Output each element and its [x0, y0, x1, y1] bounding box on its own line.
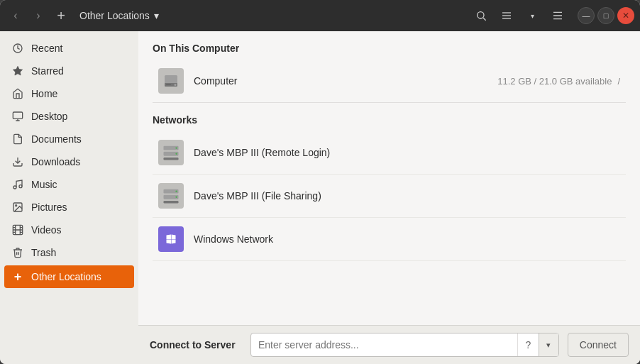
svg-point-28: [175, 84, 177, 86]
sidebar-label-pictures: Pictures: [31, 202, 67, 213]
view-list-button[interactable]: [495, 4, 518, 27]
network-row-1[interactable]: Dave's MBP III (File Sharing): [153, 175, 626, 218]
svg-point-15: [19, 185, 22, 188]
close-button[interactable]: ✕: [617, 7, 634, 24]
computer-drive-icon: [158, 68, 184, 94]
minimize-button[interactable]: —: [578, 7, 595, 24]
sidebar-label-trash: Trash: [31, 247, 56, 258]
sidebar-item-documents[interactable]: Documents: [0, 128, 138, 150]
svg-marker-41: [167, 235, 172, 240]
list-view-icon: [501, 10, 512, 21]
network-server-icon-1: [158, 183, 184, 209]
network-row-2[interactable]: Windows Network: [153, 218, 626, 261]
main-content: On This Computer Computer 11.2 GB / 21.0…: [138, 31, 640, 325]
documents-icon: [11, 133, 24, 145]
sidebar-label-home: Home: [31, 88, 57, 99]
network-windows-icon: [158, 226, 184, 252]
file-manager-window: ‹ › + Other Locations ▾ ▾: [0, 0, 640, 364]
forward-button[interactable]: ›: [28, 6, 48, 26]
computer-row[interactable]: Computer 11.2 GB / 21.0 GB available /: [153, 60, 626, 103]
svg-point-14: [13, 186, 16, 189]
new-tab-button[interactable]: +: [51, 6, 71, 26]
sidebar-item-recent[interactable]: Recent: [0, 37, 138, 60]
help-icon: ?: [525, 339, 531, 351]
svg-point-17: [16, 205, 17, 206]
sidebar-item-pictures[interactable]: Pictures: [0, 196, 138, 219]
titlebar-icons: ▾: [470, 4, 569, 27]
svg-line-1: [483, 18, 486, 21]
search-button[interactable]: [470, 4, 492, 27]
sidebar-label-documents: Documents: [31, 133, 82, 145]
pictures-icon: [11, 201, 24, 214]
music-icon: [11, 178, 24, 191]
sidebar-label-videos: Videos: [31, 224, 62, 236]
computer-meta: 11.2 GB / 21.0 GB available /: [497, 76, 620, 87]
sidebar-label-downloads: Downloads: [31, 156, 80, 167]
sidebar: Recent Starred Home: [0, 31, 138, 364]
connect-to-server-label: Connect to Server: [150, 339, 242, 351]
sidebar-label-music: Music: [31, 179, 57, 190]
input-help-button[interactable]: ?: [517, 333, 539, 356]
view-dropdown-button[interactable]: ▾: [521, 4, 544, 27]
sidebar-item-desktop[interactable]: Desktop: [0, 105, 138, 128]
starred-icon: [11, 65, 24, 77]
connect-label: Connect: [580, 339, 617, 351]
minimize-icon: —: [583, 11, 590, 20]
computer-slash: /: [617, 76, 620, 87]
back-button[interactable]: ‹: [6, 6, 26, 26]
on-this-computer-title: On This Computer: [153, 43, 626, 54]
downloads-icon: [11, 155, 24, 168]
server-svg-1: [161, 186, 181, 206]
sidebar-label-starred: Starred: [31, 65, 64, 77]
titlebar: ‹ › + Other Locations ▾ ▾: [0, 0, 640, 31]
maximize-button[interactable]: □: [597, 7, 614, 24]
connect-button[interactable]: Connect: [568, 333, 629, 357]
sidebar-label-other-locations: Other Locations: [31, 271, 101, 282]
search-icon: [475, 10, 487, 21]
sidebar-item-videos[interactable]: Videos: [0, 219, 138, 241]
svg-point-34: [175, 153, 177, 155]
sidebar-label-recent: Recent: [31, 43, 62, 54]
computer-storage: 11.2 GB / 21.0 GB available: [497, 76, 612, 87]
sidebar-item-other-locations[interactable]: + Other Locations: [4, 265, 134, 288]
close-icon: ✕: [622, 11, 629, 21]
network-row-0[interactable]: Dave's MBP III (Remote Login): [153, 131, 626, 175]
content-area: Recent Starred Home: [0, 31, 640, 364]
server-address-input[interactable]: [251, 339, 517, 351]
svg-marker-42: [172, 235, 176, 240]
network-name-1: Dave's MBP III (File Sharing): [194, 190, 321, 202]
home-icon: [11, 87, 24, 100]
other-locations-icon: +: [11, 270, 24, 283]
server-input-wrapper: ? ▾: [250, 333, 559, 357]
location-display[interactable]: Other Locations ▾: [74, 7, 165, 24]
main-panel: On This Computer Computer 11.2 GB / 21.0…: [138, 31, 640, 364]
desktop-icon: [11, 110, 24, 123]
network-name-0: Dave's MBP III (Remote Login): [194, 147, 330, 158]
network-name-2: Windows Network: [194, 233, 273, 245]
dropdown-icon: ▾: [546, 341, 551, 350]
window-controls: — □ ✕: [578, 7, 634, 24]
hamburger-menu-button[interactable]: [546, 4, 569, 27]
windows-svg: [162, 230, 180, 248]
sidebar-item-downloads[interactable]: Downloads: [0, 150, 138, 173]
location-dropdown-icon: ▾: [154, 10, 159, 21]
networks-title: Networks: [153, 114, 626, 126]
svg-marker-9: [13, 66, 22, 75]
sidebar-label-desktop: Desktop: [31, 111, 67, 122]
svg-point-39: [175, 197, 177, 198]
sidebar-item-starred[interactable]: Starred: [0, 60, 138, 82]
input-dropdown-button[interactable]: ▾: [539, 333, 558, 356]
svg-point-38: [175, 190, 177, 192]
location-text: Other Locations: [79, 10, 150, 21]
sidebar-item-home[interactable]: Home: [0, 82, 138, 105]
svg-point-33: [175, 147, 177, 148]
view-dropdown-icon: ▾: [531, 12, 534, 20]
svg-rect-10: [13, 112, 22, 118]
svg-rect-29: [166, 84, 171, 85]
maximize-icon: □: [604, 11, 609, 20]
sidebar-item-trash[interactable]: Trash: [0, 241, 138, 264]
sidebar-item-music[interactable]: Music: [0, 173, 138, 196]
menu-icon: [552, 10, 563, 21]
trash-icon: [11, 246, 24, 259]
svg-rect-32: [164, 158, 179, 160]
